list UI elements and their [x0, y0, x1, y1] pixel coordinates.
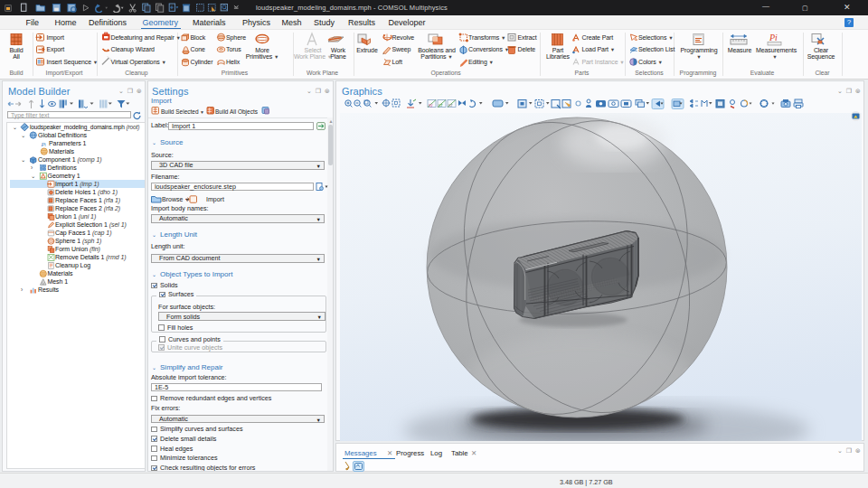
- svg-text:Pi: Pi: [769, 33, 778, 42]
- svg-text:xy: xy: [429, 103, 433, 108]
- svg-text:i: i: [45, 142, 46, 147]
- svg-text:xz: xz: [448, 103, 453, 108]
- svg-text:yz: yz: [439, 103, 443, 108]
